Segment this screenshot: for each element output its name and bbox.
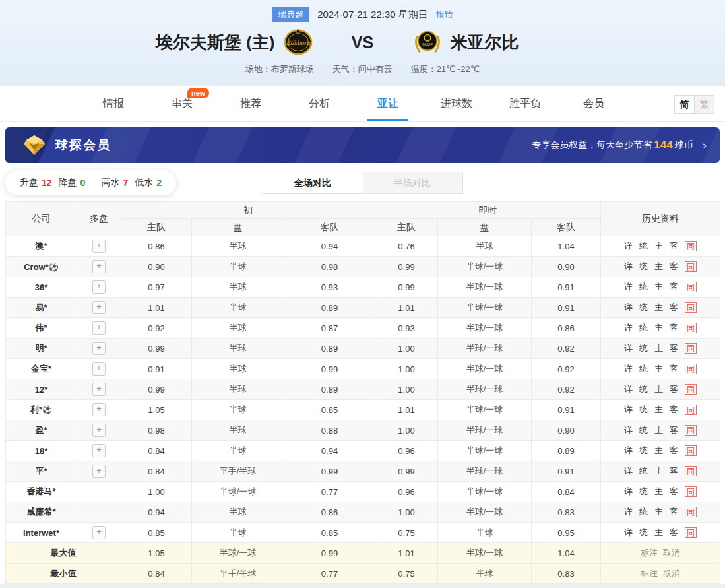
lang-simplified-button[interactable]: 简 (675, 96, 694, 113)
company-name[interactable]: 明* (35, 343, 47, 353)
history-link-2[interactable]: 主 (654, 261, 663, 271)
history-link-0[interactable]: 详 (624, 445, 633, 455)
history-link-2[interactable]: 主 (654, 302, 663, 312)
history-link-0[interactable]: 详 (624, 302, 633, 312)
history-link-same[interactable]: 同 (685, 507, 697, 517)
history-link-2[interactable]: 主 (654, 425, 663, 435)
history-link-2[interactable]: 主 (654, 364, 663, 374)
history-link-2[interactable]: 主 (654, 486, 663, 496)
member-banner-promo[interactable]: 专享会员权益，每天至少节省 144 球币 › (532, 138, 707, 152)
history-link-2[interactable]: 主 (654, 527, 663, 537)
footer-action-0[interactable]: 标注 (641, 548, 658, 558)
member-banner[interactable]: 球探会员 专享会员权益，每天至少节省 144 球币 › (5, 127, 720, 163)
footer-action-1[interactable]: 取消 (663, 548, 680, 558)
nav-tab-4[interactable]: 亚让 (354, 86, 422, 121)
history-link-0[interactable]: 详 (624, 241, 633, 251)
history-link-1[interactable]: 统 (639, 425, 648, 435)
history-link-1[interactable]: 统 (639, 405, 648, 414)
history-link-0[interactable]: 详 (624, 384, 633, 394)
company-name[interactable]: 金宝* (31, 364, 51, 374)
history-link-same[interactable]: 同 (685, 261, 697, 272)
history-link-2[interactable]: 主 (654, 241, 663, 251)
history-link-3[interactable]: 客 (670, 405, 678, 414)
expand-plus-button[interactable]: + (92, 465, 106, 478)
history-link-0[interactable]: 详 (624, 323, 633, 333)
history-link-3[interactable]: 客 (670, 364, 678, 374)
history-link-3[interactable]: 客 (670, 425, 678, 435)
league-badge[interactable]: 瑞典超 (272, 7, 309, 22)
company-name[interactable]: Crow* (24, 262, 49, 272)
history-link-same[interactable]: 同 (685, 241, 697, 251)
company-name[interactable]: 易* (35, 302, 47, 312)
history-link-same[interactable]: 同 (685, 282, 697, 292)
history-link-3[interactable]: 客 (670, 445, 678, 455)
expand-plus-button[interactable]: + (92, 280, 106, 294)
history-link-1[interactable]: 统 (639, 445, 648, 455)
history-link-0[interactable]: 详 (624, 425, 633, 435)
company-name[interactable]: 威廉希* (26, 507, 55, 517)
history-link-3[interactable]: 客 (670, 466, 678, 476)
expand-plus-button[interactable]: + (92, 301, 106, 314)
history-link-1[interactable]: 统 (639, 241, 648, 251)
history-link-3[interactable]: 客 (670, 282, 678, 292)
history-link-3[interactable]: 客 (670, 507, 678, 517)
history-link-1[interactable]: 统 (639, 302, 648, 312)
nav-tab-1[interactable]: 串关new (148, 86, 216, 121)
company-name[interactable]: 香港马* (26, 486, 55, 496)
history-link-same[interactable]: 同 (685, 527, 697, 538)
expand-plus-button[interactable]: + (92, 424, 106, 437)
history-link-1[interactable]: 统 (639, 282, 648, 292)
company-name[interactable]: Interwet* (23, 528, 59, 538)
history-link-2[interactable]: 主 (654, 507, 663, 517)
history-link-1[interactable]: 统 (639, 364, 648, 374)
expand-plus-button[interactable]: + (92, 526, 106, 539)
history-link-same[interactable]: 同 (685, 486, 697, 497)
company-name[interactable]: 平* (35, 466, 47, 476)
nav-tab-3[interactable]: 分析 (285, 86, 354, 121)
expand-plus-button[interactable]: + (92, 321, 106, 335)
history-link-1[interactable]: 统 (639, 466, 648, 476)
expand-plus-button[interactable]: + (92, 260, 106, 273)
history-link-3[interactable]: 客 (670, 302, 678, 312)
history-link-1[interactable]: 统 (639, 343, 648, 353)
history-link-0[interactable]: 详 (624, 282, 633, 292)
history-link-same[interactable]: 同 (685, 384, 697, 395)
history-link-0[interactable]: 详 (624, 466, 633, 476)
history-link-3[interactable]: 客 (670, 241, 678, 251)
expand-plus-button[interactable]: + (92, 403, 106, 416)
history-link-3[interactable]: 客 (670, 343, 678, 353)
history-link-0[interactable]: 详 (624, 364, 633, 374)
history-link-same[interactable]: 同 (685, 364, 697, 374)
history-link-same[interactable]: 同 (685, 405, 697, 415)
expand-plus-button[interactable]: + (92, 240, 106, 253)
history-link-2[interactable]: 主 (654, 323, 663, 333)
history-link-3[interactable]: 客 (670, 384, 678, 394)
nav-tab-7[interactable]: 会员 (559, 86, 628, 121)
lang-traditional-button[interactable]: 繁 (694, 96, 714, 113)
history-link-2[interactable]: 主 (654, 343, 663, 353)
company-name[interactable]: 18* (35, 446, 48, 456)
nav-tab-2[interactable]: 推荐 (216, 86, 285, 121)
history-link-3[interactable]: 客 (670, 527, 678, 537)
history-link-1[interactable]: 统 (639, 486, 648, 496)
history-link-2[interactable]: 主 (654, 282, 663, 292)
history-link-0[interactable]: 详 (624, 261, 633, 271)
history-link-2[interactable]: 主 (654, 384, 663, 394)
history-link-3[interactable]: 客 (670, 261, 678, 271)
tab-half-match-compare[interactable]: 半场对比 (363, 172, 462, 193)
company-name[interactable]: 澳* (35, 241, 47, 251)
nav-tab-5[interactable]: 进球数 (422, 86, 491, 121)
company-name[interactable]: 利* (30, 405, 42, 414)
company-name[interactable]: 盈* (35, 425, 47, 435)
expand-plus-button[interactable]: + (92, 383, 106, 396)
company-name[interactable]: 12* (35, 385, 48, 395)
company-name[interactable]: 伟* (35, 323, 47, 333)
history-link-1[interactable]: 统 (639, 384, 648, 394)
history-link-same[interactable]: 同 (685, 343, 697, 354)
history-link-0[interactable]: 详 (624, 343, 633, 353)
history-link-same[interactable]: 同 (685, 425, 697, 436)
history-link-1[interactable]: 统 (639, 527, 648, 537)
footer-action-0[interactable]: 标注 (641, 568, 658, 578)
footer-action-1[interactable]: 取消 (663, 568, 680, 578)
history-link-2[interactable]: 主 (654, 445, 663, 455)
